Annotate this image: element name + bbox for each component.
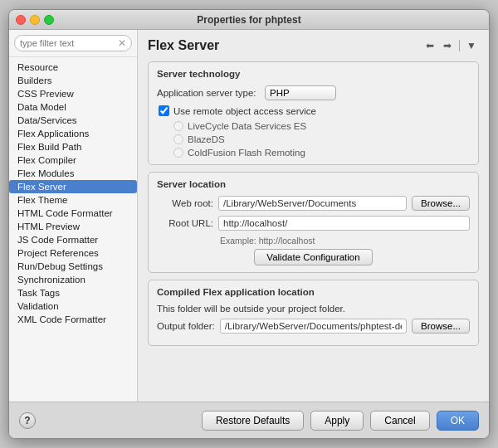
nav-item-run-debug[interactable]: Run/Debug Settings <box>9 260 137 273</box>
traffic-lights <box>16 15 54 25</box>
toolbar-icons: ⬅ ➡ ▼ <box>422 38 479 53</box>
nav-item-project-references[interactable]: Project References <box>9 246 137 260</box>
nav-item-validation[interactable]: Validation <box>9 299 137 313</box>
server-location-title: Server location <box>157 179 470 189</box>
radio-coldfusion[interactable] <box>173 148 183 158</box>
toolbar-separator <box>459 40 460 51</box>
maximize-button[interactable] <box>44 15 54 25</box>
nav-item-flex-compiler[interactable]: Flex Compiler <box>9 153 137 167</box>
use-remote-label: Use remote object access service <box>173 106 316 116</box>
output-folder-label: Output folder: <box>157 321 215 331</box>
search-bar: ✕ <box>9 30 137 57</box>
nav-item-js-code-formatter[interactable]: JS Code Formatter <box>9 233 137 246</box>
search-input[interactable] <box>20 38 118 48</box>
nav-item-flex-applications[interactable]: Flex Applications <box>9 127 137 140</box>
root-url-row: Root URL: <box>157 216 470 231</box>
page-title: Flex Server <box>148 38 219 53</box>
nav-item-data-services[interactable]: Data/Services <box>9 114 137 127</box>
radio-blazeds-label: BlazeDS <box>188 134 225 144</box>
web-root-row: Web root: Browse... <box>157 196 470 211</box>
main-panel: Flex Server ⬅ ➡ ▼ Server technology Appl… <box>138 30 489 402</box>
server-location-section: Server location Web root: Browse... Root… <box>148 172 479 273</box>
minimize-button[interactable] <box>30 15 40 25</box>
server-technology-title: Server technology <box>157 69 470 79</box>
nav-item-flex-theme[interactable]: Flex Theme <box>9 193 137 207</box>
nav-list: Resource Builders CSS Preview Data Model… <box>9 57 137 402</box>
web-root-browse-button[interactable]: Browse... <box>412 196 470 211</box>
root-url-hint: Example: http://localhost <box>157 236 470 246</box>
dropdown-icon[interactable]: ▼ <box>464 38 479 53</box>
nav-item-xml-code-formatter[interactable]: XML Code Formatter <box>9 313 137 326</box>
nav-forward-icon[interactable]: ➡ <box>440 38 455 53</box>
help-button[interactable]: ? <box>19 412 36 429</box>
app-server-type-row: Application server type: PHP J2EE ColdFu… <box>157 85 470 100</box>
app-server-select[interactable]: PHP J2EE ColdFusion ASP.NET None <box>265 85 336 100</box>
root-url-input[interactable] <box>218 216 470 231</box>
radio-coldfusion-row: ColdFusion Flash Remoting <box>173 148 470 158</box>
radio-livecycle[interactable] <box>173 121 183 131</box>
nav-item-resource[interactable]: Resource <box>9 61 137 74</box>
nav-item-css-preview[interactable]: CSS Preview <box>9 87 137 100</box>
radio-blazeds-row: BlazeDS <box>173 134 470 144</box>
apply-button[interactable]: Apply <box>310 411 364 431</box>
server-technology-section: Server technology Application server typ… <box>148 61 479 165</box>
radio-blazeds[interactable] <box>173 134 183 144</box>
compiled-location-info: This folder will be outside your project… <box>157 304 470 314</box>
nav-item-flex-server[interactable]: Flex Server <box>9 180 137 193</box>
radio-coldfusion-label: ColdFusion Flash Remoting <box>188 148 305 158</box>
cancel-button[interactable]: Cancel <box>370 411 429 431</box>
nav-item-html-code-formatter[interactable]: HTML Code Formatter <box>9 207 137 220</box>
root-url-label: Root URL: <box>157 218 213 228</box>
nav-item-synchronization[interactable]: Synchronization <box>9 273 137 286</box>
search-clear-icon[interactable]: ✕ <box>118 37 126 49</box>
validate-row: Validate Configuration <box>157 249 470 265</box>
nav-item-html-preview[interactable]: HTML Preview <box>9 220 137 233</box>
radio-livecycle-label: LiveCycle Data Services ES <box>188 121 306 131</box>
restore-defaults-button[interactable]: Restore Defaults <box>202 411 304 431</box>
nav-item-flex-modules[interactable]: Flex Modules <box>9 167 137 180</box>
nav-item-task-tags[interactable]: Task Tags <box>9 286 137 299</box>
nav-item-flex-build-path[interactable]: Flex Build Path <box>9 140 137 153</box>
sidebar: ✕ Resource Builders CSS Preview Data Mod… <box>9 30 138 402</box>
ok-button[interactable]: OK <box>437 411 479 431</box>
main-window: Properties for phptest ✕ Resource Builde… <box>8 9 490 439</box>
validate-config-button[interactable]: Validate Configuration <box>254 249 372 265</box>
web-root-input[interactable] <box>218 196 407 211</box>
close-button[interactable] <box>16 15 26 25</box>
nav-item-builders[interactable]: Builders <box>9 74 137 87</box>
app-server-label: Application server type: <box>157 88 265 98</box>
search-wrapper: ✕ <box>14 35 132 51</box>
output-folder-row: Output folder: Browse... <box>157 319 470 334</box>
bottom-bar: ? Restore Defaults Apply Cancel OK <box>9 402 489 438</box>
app-server-select-wrapper: PHP J2EE ColdFusion ASP.NET None <box>265 85 336 100</box>
window-title: Properties for phptest <box>197 14 300 26</box>
titlebar: Properties for phptest <box>9 10 489 30</box>
radio-livecycle-row: LiveCycle Data Services ES <box>173 121 470 131</box>
radio-group: LiveCycle Data Services ES BlazeDS ColdF… <box>157 121 470 158</box>
web-root-label: Web root: <box>157 198 213 208</box>
use-remote-row: Use remote object access service <box>157 105 470 116</box>
bottom-buttons: Restore Defaults Apply Cancel OK <box>202 411 479 431</box>
output-browse-button[interactable]: Browse... <box>412 319 470 334</box>
output-folder-input[interactable] <box>220 319 407 334</box>
nav-back-icon[interactable]: ⬅ <box>422 38 437 53</box>
compiled-location-section: Compiled Flex application location This … <box>148 280 479 346</box>
compiled-location-title: Compiled Flex application location <box>157 287 470 297</box>
content-area: ✕ Resource Builders CSS Preview Data Mod… <box>9 30 489 402</box>
main-header: Flex Server ⬅ ➡ ▼ <box>148 38 479 53</box>
use-remote-checkbox[interactable] <box>159 105 169 116</box>
nav-item-data-model[interactable]: Data Model <box>9 100 137 114</box>
